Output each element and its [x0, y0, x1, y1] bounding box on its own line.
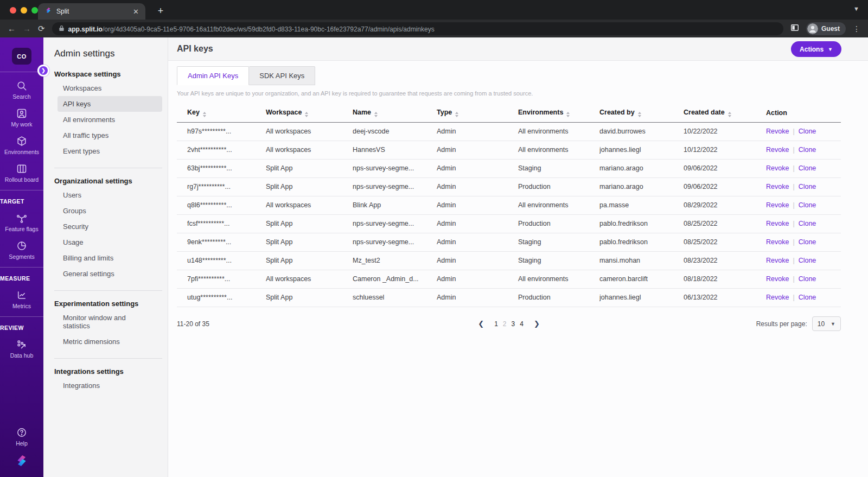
column-header-environments[interactable]: Environments: [518, 103, 599, 123]
results-per-page-select[interactable]: 10 ▼: [812, 316, 841, 331]
column-header-created-by[interactable]: Created by: [599, 103, 684, 123]
revoke-link[interactable]: Revoke: [766, 220, 789, 227]
settings-nav-item-all-environments[interactable]: All environments: [58, 112, 162, 128]
tab-close-icon[interactable]: ✕: [133, 8, 139, 15]
column-header-type[interactable]: Type: [437, 103, 518, 123]
settings-nav-item-event-types[interactable]: Event types: [58, 143, 162, 159]
tab-admin-api-keys[interactable]: Admin API Keys: [177, 66, 249, 85]
page-number-1[interactable]: 1: [494, 320, 498, 328]
revoke-link[interactable]: Revoke: [766, 238, 789, 246]
new-tab-button[interactable]: +: [154, 4, 167, 17]
browser-tab[interactable]: Split ✕: [38, 3, 145, 20]
settings-nav-item-groups[interactable]: Groups: [58, 203, 157, 219]
clone-link[interactable]: Clone: [799, 238, 816, 246]
sidebar-item-segments[interactable]: Segments: [0, 240, 43, 260]
workspace-badge[interactable]: CO: [12, 48, 31, 65]
revoke-link[interactable]: Revoke: [766, 183, 789, 190]
sidebar-expand-button[interactable]: ❯: [37, 65, 49, 77]
tab-sdk-api-keys[interactable]: SDK API Keys: [249, 66, 315, 85]
environments-icon: [16, 135, 28, 147]
sort-icon[interactable]: [374, 112, 378, 117]
revoke-link[interactable]: Revoke: [766, 164, 789, 172]
clone-link[interactable]: Clone: [799, 183, 816, 190]
previous-page-icon[interactable]: ❮: [478, 320, 484, 328]
url-bar[interactable]: app.split.io/org/4d3405a0-9ca5-11e5-9706…: [52, 22, 783, 35]
side-panel-icon[interactable]: [790, 23, 799, 34]
reload-icon[interactable]: ⟳: [38, 24, 45, 33]
settings-nav-item-security[interactable]: Security: [58, 219, 157, 234]
cell-name: nps-survey-segme...: [353, 178, 437, 196]
sort-icon[interactable]: [728, 112, 731, 117]
clone-link[interactable]: Clone: [799, 164, 816, 172]
cell-name: Cameron _Admin_d...: [353, 270, 437, 289]
column-label: Key: [187, 109, 200, 116]
clone-link[interactable]: Clone: [799, 294, 816, 301]
cell-key: fcsf**********...: [177, 215, 266, 233]
clone-link[interactable]: Clone: [799, 275, 816, 283]
clone-link[interactable]: Clone: [799, 146, 816, 154]
page-number-2[interactable]: 2: [503, 320, 507, 328]
clone-link[interactable]: Clone: [799, 201, 816, 209]
sort-icon[interactable]: [566, 112, 570, 117]
forward-icon[interactable]: →: [23, 24, 31, 33]
sort-icon[interactable]: [455, 112, 458, 117]
sort-icon[interactable]: [305, 112, 308, 117]
sidebar-item-help[interactable]: Help: [16, 427, 28, 447]
sidebar-item-search[interactable]: Search: [4, 80, 39, 100]
clone-link[interactable]: Clone: [799, 128, 816, 135]
my-work-icon: [16, 107, 28, 119]
sort-icon[interactable]: [638, 112, 641, 117]
sidebar-item-feature-flags[interactable]: Feature flags: [0, 212, 43, 232]
revoke-link[interactable]: Revoke: [766, 146, 789, 154]
revoke-link[interactable]: Revoke: [766, 294, 789, 301]
sidebar-item-my-work[interactable]: My work: [4, 107, 39, 128]
browser-menu-icon[interactable]: ⋮: [853, 24, 860, 33]
settings-nav-item-api-keys[interactable]: API keys: [58, 96, 162, 112]
results-range-label: 11-20 of 35: [177, 320, 209, 328]
column-header-name[interactable]: Name: [353, 103, 437, 123]
revoke-link[interactable]: Revoke: [766, 128, 789, 135]
sidebar-item-rollout-board[interactable]: Rollout board: [4, 163, 39, 183]
help-icon: [16, 427, 28, 438]
cell-name: schluessel: [353, 289, 437, 307]
cell-action: Revoke|Clone: [766, 141, 841, 160]
cell-key: utug**********...: [177, 289, 266, 307]
sidebar-item-data-hub[interactable]: Data hub: [0, 339, 43, 359]
sort-icon[interactable]: [203, 112, 206, 117]
next-page-icon[interactable]: ❯: [534, 320, 540, 328]
settings-nav-item-users[interactable]: Users: [58, 187, 157, 203]
settings-nav-item-workspaces[interactable]: Workspaces: [58, 80, 162, 96]
cell-type: Admin: [437, 270, 518, 289]
column-label: Workspace: [266, 109, 302, 116]
settings-nav-item-all-traffic-types[interactable]: All traffic types: [58, 128, 162, 143]
minimize-window-button[interactable]: [21, 7, 27, 14]
cell-action: Revoke|Clone: [766, 123, 841, 141]
table-row: 7pfi**********...All workspacesCameron _…: [177, 270, 841, 289]
revoke-link[interactable]: Revoke: [766, 257, 789, 264]
column-header-workspace[interactable]: Workspace: [266, 103, 353, 123]
cell-key: rg7j**********...: [177, 178, 266, 196]
settings-nav-item-integrations[interactable]: Integrations: [58, 378, 157, 393]
settings-nav-item-general-settings[interactable]: General settings: [58, 266, 157, 282]
page-number-4[interactable]: 4: [520, 320, 524, 328]
zoom-window-button[interactable]: [31, 7, 38, 14]
cell-environments: All environments: [518, 270, 599, 289]
sidebar-item-metrics[interactable]: Metrics: [0, 289, 43, 309]
revoke-link[interactable]: Revoke: [766, 275, 789, 283]
sidebar-item-environments[interactable]: Environments: [4, 135, 39, 155]
column-header-created-date[interactable]: Created date: [684, 103, 766, 123]
settings-nav-item-monitor-window-and-statistics[interactable]: Monitor window and statistics: [58, 310, 157, 334]
page-number-3[interactable]: 3: [512, 320, 515, 328]
settings-nav-item-metric-dimensions[interactable]: Metric dimensions: [58, 334, 157, 349]
tab-search-chevron-icon[interactable]: ▼: [853, 5, 859, 12]
settings-nav-item-billing-and-limits[interactable]: Billing and limits: [58, 250, 157, 266]
profile-chip[interactable]: Guest: [806, 22, 846, 35]
column-header-key[interactable]: Key: [177, 103, 266, 123]
actions-button[interactable]: Actions ▼: [791, 41, 841, 57]
clone-link[interactable]: Clone: [799, 257, 816, 264]
close-window-button[interactable]: [10, 7, 16, 14]
clone-link[interactable]: Clone: [799, 220, 816, 227]
revoke-link[interactable]: Revoke: [766, 201, 789, 209]
settings-nav-item-usage[interactable]: Usage: [58, 234, 157, 250]
back-icon[interactable]: ←: [8, 24, 16, 33]
